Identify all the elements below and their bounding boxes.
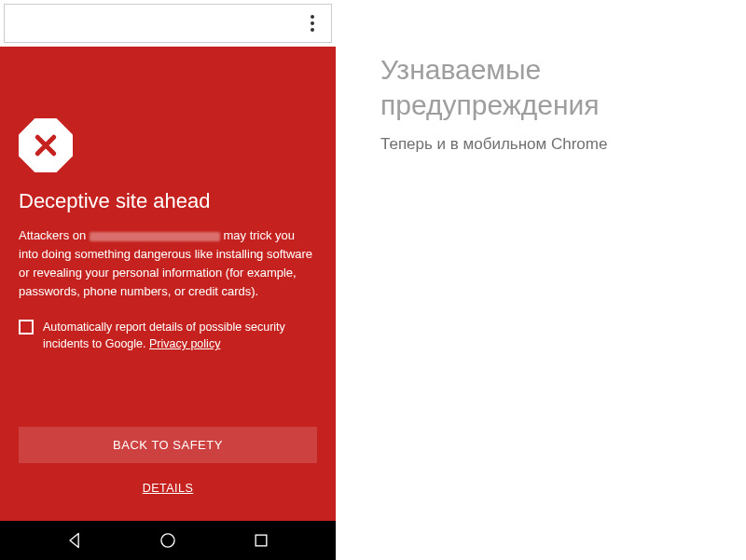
stop-sign-icon — [19, 118, 73, 172]
svg-point-0 — [161, 534, 174, 547]
close-x-icon — [32, 131, 60, 159]
overflow-menu-icon[interactable] — [303, 14, 322, 33]
warning-interstitial: Deceptive site ahead Attackers on may tr… — [0, 47, 336, 521]
phone-frame: Deceptive site ahead Attackers on may tr… — [0, 0, 336, 560]
android-nav-bar — [0, 521, 336, 560]
warning-body-prefix: Attackers on — [19, 228, 90, 242]
report-checkbox[interactable] — [19, 320, 34, 335]
nav-recents-icon[interactable] — [252, 531, 270, 550]
warning-body: Attackers on may trick you into doing so… — [19, 226, 317, 302]
url-input[interactable] — [14, 5, 303, 42]
url-bar — [4, 4, 332, 43]
warning-title: Deceptive site ahead — [19, 189, 317, 213]
panel-title: Узнаваемые предупреждения — [380, 52, 718, 122]
privacy-policy-link[interactable]: Privacy policy — [149, 337, 220, 350]
description-panel: Узнаваемые предупреждения Теперь и в моб… — [336, 0, 746, 560]
details-button[interactable]: DETAILS — [19, 472, 317, 504]
svg-rect-1 — [256, 535, 267, 546]
report-checkbox-label: Automatically report details of possible… — [43, 319, 317, 354]
report-checkbox-row: Automatically report details of possible… — [19, 319, 317, 354]
back-to-safety-button[interactable]: BACK TO SAFETY — [19, 427, 317, 463]
blurred-hostname — [90, 232, 220, 241]
nav-back-icon[interactable] — [65, 531, 84, 550]
panel-subtitle: Теперь и в мобильном Chrome — [380, 135, 718, 154]
warning-icon-container — [19, 118, 73, 172]
nav-home-icon[interactable] — [159, 531, 177, 550]
